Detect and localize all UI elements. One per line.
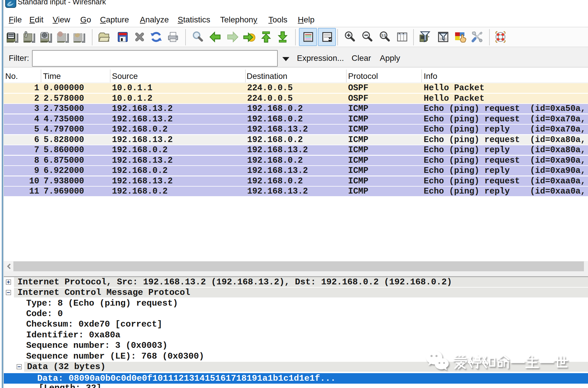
svg-text:1:1: 1:1 — [381, 33, 386, 37]
